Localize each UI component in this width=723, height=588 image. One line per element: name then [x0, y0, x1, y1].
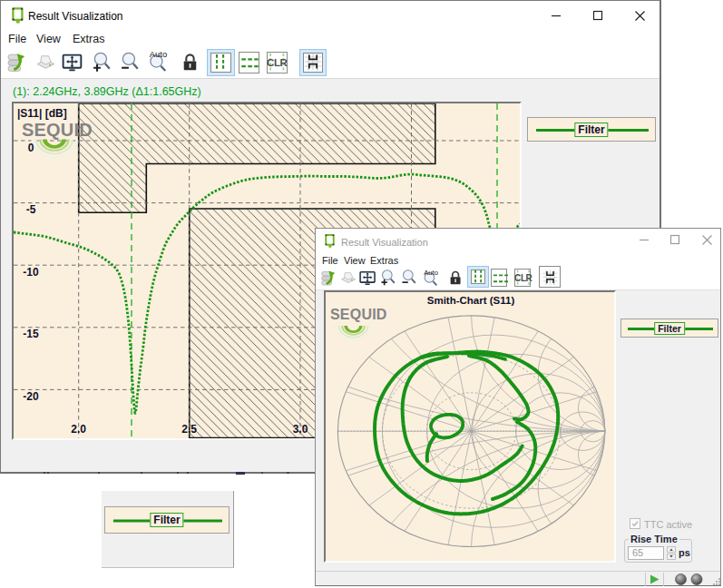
svg-text:-10: -10 — [23, 266, 39, 279]
svg-text:Auto: Auto — [424, 268, 438, 276]
svg-text:0: 0 — [28, 142, 34, 154]
svg-text:3.0: 3.0 — [293, 423, 308, 436]
svg-text:CLR: CLR — [514, 273, 532, 283]
svg-text:-15: -15 — [23, 328, 39, 340]
svg-text:2.5: 2.5 — [181, 423, 197, 436]
svg-text:|S11| [dB]: |S11| [dB] — [17, 107, 67, 120]
svg-text:Auto: Auto — [150, 50, 167, 59]
svg-text:2.0: 2.0 — [71, 423, 86, 436]
svg-text:Smith-Chart (S11): Smith-Chart (S11) — [427, 295, 515, 306]
svg-text:-5: -5 — [26, 203, 36, 216]
svg-text:-20: -20 — [23, 390, 39, 403]
svg-text:CLR: CLR — [267, 57, 288, 68]
